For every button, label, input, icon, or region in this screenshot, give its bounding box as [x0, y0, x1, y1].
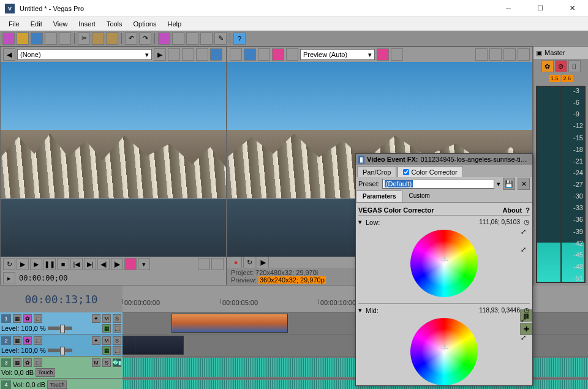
- preview-opt2-icon[interactable]: [258, 48, 270, 61]
- bypass-fx-icon[interactable]: ▦: [13, 314, 21, 323]
- fx-subtab-custom[interactable]: Custom: [402, 191, 435, 202]
- trimmer-opt3-icon[interactable]: [196, 48, 208, 61]
- compositing-icon[interactable]: ▦: [102, 324, 111, 333]
- fx-mid-value[interactable]: 118,93; 0,3446: [479, 307, 520, 314]
- preview-overlays-icon[interactable]: [391, 48, 403, 61]
- menu-insert[interactable]: Insert: [74, 19, 100, 29]
- fx-enable-checkbox[interactable]: [403, 169, 409, 175]
- invert-phase-icon[interactable]: ⬚: [34, 358, 42, 367]
- autoripple-icon[interactable]: [186, 32, 198, 45]
- eyedropper-icon[interactable]: ⤢: [521, 316, 526, 324]
- go-end-icon[interactable]: ▶|: [84, 258, 96, 270]
- properties-icon[interactable]: [59, 32, 71, 45]
- play-start-icon[interactable]: ▶: [30, 258, 42, 270]
- compositing-icon[interactable]: ▦: [102, 346, 111, 355]
- touch-dropdown[interactable]: Touch: [36, 368, 55, 377]
- fx-tab-pancrop[interactable]: Pan/Crop: [357, 166, 396, 177]
- trimmer-monitor-icon[interactable]: [210, 48, 222, 61]
- fx-help-icon[interactable]: ?: [526, 206, 530, 214]
- eyedropper-comp-icon[interactable]: ⤢: [521, 246, 526, 254]
- save-icon[interactable]: [31, 32, 43, 45]
- preset-dropdown[interactable]: (Default): [382, 179, 494, 189]
- stop-icon[interactable]: ■: [57, 258, 69, 270]
- more-icon[interactable]: ▾: [138, 258, 150, 270]
- copy-icon[interactable]: [92, 32, 104, 45]
- master-auto-icon[interactable]: ⌷: [568, 60, 581, 72]
- fx-subtab-parameters[interactable]: Parameters: [356, 191, 402, 202]
- video-clip[interactable]: [172, 314, 288, 333]
- play-icon[interactable]: ▶: [17, 258, 29, 270]
- menu-tools[interactable]: Tools: [102, 19, 127, 29]
- trimmer-timecode[interactable]: 00:00:00;00: [19, 274, 67, 282]
- preview-safe-icon[interactable]: [377, 48, 389, 61]
- minimize-button[interactable]: ─: [497, 2, 519, 15]
- track-fx-icon[interactable]: ✿: [23, 336, 32, 345]
- fx-tab-colorcorrector[interactable]: Color Corrector: [398, 166, 462, 177]
- preview-opt1-icon[interactable]: [230, 48, 242, 61]
- trimmer-chevron-right-icon[interactable]: ▶: [154, 48, 166, 61]
- keyframe-icon[interactable]: ◷: [524, 306, 530, 314]
- master-peak-left[interactable]: 1.5: [549, 75, 560, 82]
- solo-button[interactable]: S: [113, 314, 121, 323]
- mark-in-icon[interactable]: [198, 258, 210, 270]
- color-wheel-low[interactable]: [410, 230, 478, 297]
- meter-icon[interactable]: �▮: [113, 358, 121, 367]
- brush-icon[interactable]: ✎: [214, 32, 227, 45]
- mute-button[interactable]: M: [92, 358, 100, 367]
- track-fx-icon[interactable]: ✿: [23, 358, 32, 367]
- snap-icon[interactable]: [158, 32, 170, 45]
- solo-button[interactable]: S: [102, 358, 111, 367]
- fx-about-link[interactable]: About: [502, 206, 522, 214]
- track-header-audio-4[interactable]: 4 Vol: 0,0 dB Touch: [0, 379, 123, 389]
- undo-icon[interactable]: ↶: [125, 32, 137, 45]
- track-header-video-1[interactable]: 1 ▦ ✿ ⬚ ✦ M S Level: 100,0 % ▦ ⬚: [0, 312, 123, 334]
- automation-icon[interactable]: ⬚: [34, 336, 42, 345]
- touch-dropdown[interactable]: Touch: [47, 380, 67, 389]
- lock-icon[interactable]: [200, 32, 213, 45]
- collapse-icon[interactable]: ▾: [358, 218, 362, 226]
- bypass-fx-icon[interactable]: ▦: [13, 336, 21, 345]
- trimmer-viewport[interactable]: [1, 62, 226, 257]
- trimmer-opt1-icon[interactable]: [168, 48, 180, 61]
- timeline-timecode[interactable]: 00:00:13;10: [0, 285, 123, 312]
- automation-icon[interactable]: ⬚: [34, 314, 42, 323]
- video-clip[interactable]: [135, 336, 184, 355]
- video-event-fx-panel[interactable]: ▮ Video Event FX: 011234945-los-angeles-…: [355, 153, 533, 386]
- track-fx-icon[interactable]: ✿: [23, 314, 32, 323]
- eyedropper-comp-icon[interactable]: ⤢: [521, 334, 526, 342]
- new-icon[interactable]: [2, 32, 15, 45]
- master-peak-right[interactable]: 2.6: [562, 75, 573, 82]
- preview-dim-icon[interactable]: [518, 48, 530, 61]
- menu-options[interactable]: Options: [129, 19, 162, 29]
- mute-button[interactable]: M: [102, 314, 111, 323]
- record-icon[interactable]: ●: [230, 256, 242, 268]
- arm-record-icon[interactable]: ▦: [13, 358, 21, 367]
- keyframe-icon[interactable]: ◷: [524, 218, 530, 226]
- track-motion-icon[interactable]: ✦: [92, 336, 100, 345]
- close-button[interactable]: ✕: [561, 2, 583, 15]
- save-preset-icon[interactable]: 💾: [503, 178, 515, 190]
- preview-split-icon[interactable]: [286, 48, 298, 61]
- level-slider[interactable]: [48, 349, 72, 352]
- collapse-icon[interactable]: ▾: [358, 306, 362, 314]
- menu-file[interactable]: File: [4, 19, 24, 29]
- render-icon[interactable]: [45, 32, 57, 45]
- trimmer-source-dropdown[interactable]: (None) ▾: [17, 49, 152, 60]
- master-insert-fx-icon[interactable]: ✿: [541, 60, 554, 72]
- preview-ext-icon[interactable]: [489, 48, 502, 61]
- prev-frame-icon[interactable]: ◀|: [97, 258, 110, 270]
- level-slider[interactable]: [48, 327, 72, 330]
- eyedropper-icon[interactable]: ⤢: [521, 228, 526, 236]
- paste-icon[interactable]: [106, 32, 118, 45]
- add-media-icon[interactable]: [124, 258, 137, 270]
- menu-edit[interactable]: Edit: [26, 19, 47, 29]
- color-wheel-mid[interactable]: [410, 318, 478, 385]
- redo-icon[interactable]: ↷: [139, 32, 151, 45]
- parent-icon[interactable]: ⬚: [113, 324, 121, 333]
- preview-fx-icon[interactable]: [272, 48, 284, 61]
- pause-icon[interactable]: ❚❚: [43, 258, 56, 270]
- track-header-audio-3[interactable]: 3 ▦ ✿ ⬚ M S �▮ Vol: 0,0 dB Touch: [0, 357, 123, 378]
- mute-button[interactable]: M: [102, 336, 111, 345]
- master-mute-icon[interactable]: ⊘: [555, 60, 567, 72]
- preview-snapshot-icon[interactable]: [475, 48, 488, 61]
